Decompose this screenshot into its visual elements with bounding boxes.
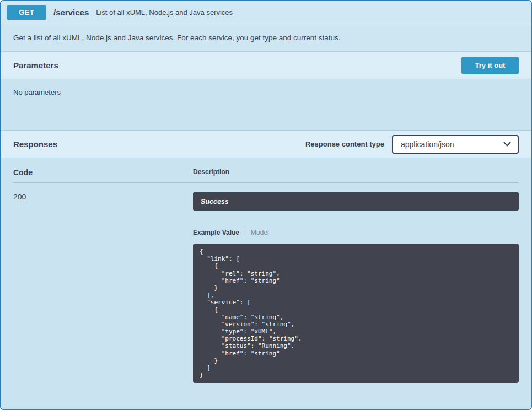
tab-model[interactable]: Model bbox=[245, 229, 269, 236]
example-model-tabs: Example Value Model bbox=[193, 229, 519, 236]
responses-title: Responses bbox=[13, 139, 57, 149]
description-column-header: Description bbox=[193, 168, 519, 177]
response-code: 200 bbox=[13, 192, 193, 383]
operation-header[interactable]: GET /services List of all xUML, Node.js … bbox=[1, 1, 531, 24]
response-content-type-value: application/json bbox=[401, 140, 454, 149]
try-it-out-button[interactable]: Try it out bbox=[461, 57, 519, 74]
parameters-header: Parameters Try it out bbox=[1, 52, 531, 79]
response-description-cell: Success Example Value Model { "link": [ … bbox=[193, 192, 519, 383]
code-column-header: Code bbox=[13, 168, 193, 177]
response-status-label: Success bbox=[201, 198, 229, 206]
responses-header: Responses Response content type applicat… bbox=[1, 131, 531, 158]
tab-example-value[interactable]: Example Value bbox=[193, 229, 245, 236]
example-json-block[interactable]: { "link": [ { "rel": "string", "href": "… bbox=[193, 244, 519, 383]
responses-table: Code Description 200 Success Example Val… bbox=[1, 158, 531, 409]
http-method-badge: GET bbox=[7, 5, 46, 20]
responses-table-header: Code Description bbox=[13, 168, 519, 183]
response-content-type-group: Response content type application/json bbox=[305, 135, 519, 154]
operation-path: /services bbox=[53, 8, 89, 17]
chevron-down-icon bbox=[503, 142, 511, 147]
response-content-type-select[interactable]: application/json bbox=[392, 135, 519, 154]
no-parameters-message: No parameters bbox=[13, 88, 61, 96]
swagger-operation-panel: GET /services List of all xUML, Node.js … bbox=[0, 0, 532, 410]
response-content-type-label: Response content type bbox=[305, 140, 384, 148]
parameters-body: No parameters bbox=[1, 79, 531, 131]
operation-summary: List of all xUML, Node.js and Java servi… bbox=[96, 8, 233, 17]
operation-description: Get a list of all xUML, Node.js and Java… bbox=[1, 24, 531, 52]
response-row-200: 200 Success Example Value Model { "link"… bbox=[13, 183, 519, 383]
operation-description-text: Get a list of all xUML, Node.js and Java… bbox=[13, 34, 341, 42]
response-status-bar: Success bbox=[193, 192, 519, 211]
parameters-title: Parameters bbox=[13, 61, 58, 70]
